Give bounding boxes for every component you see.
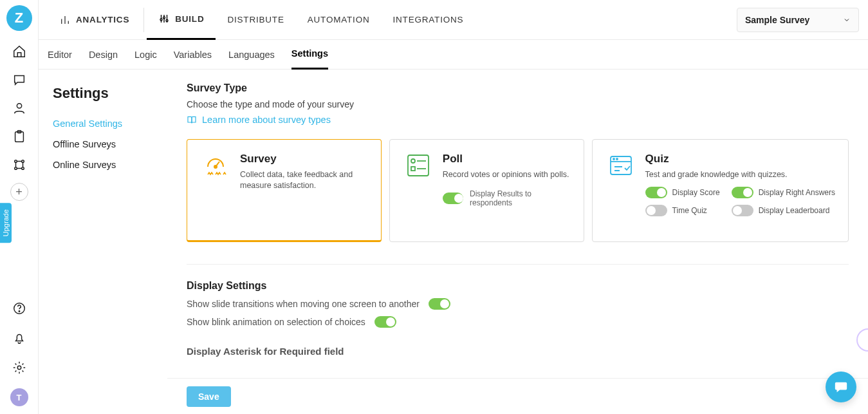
brand-logo[interactable]: Z <box>6 5 32 31</box>
tab-analytics-label: ANALYTICS <box>76 15 129 24</box>
card-poll[interactable]: Poll Record votes or opinions with polls… <box>389 139 584 242</box>
subtab-design[interactable]: Design <box>89 40 118 70</box>
toggle-slide-transitions[interactable] <box>429 298 450 310</box>
survey-select[interactable]: Sample Survey <box>737 8 859 32</box>
home-icon[interactable] <box>0 37 39 66</box>
toggle-display-leaderboard[interactable] <box>732 205 753 216</box>
chat-icon[interactable] <box>0 66 39 94</box>
analytics-icon <box>59 14 71 26</box>
divider <box>187 264 849 265</box>
build-icon <box>158 13 170 24</box>
card-survey[interactable]: Survey Collect data, take feedback and m… <box>187 139 382 242</box>
settings-sidebar: Settings General Settings Offline Survey… <box>39 70 167 414</box>
svg-point-10 <box>160 19 162 21</box>
card-survey-desc: Collect data, take feedback and measure … <box>240 169 368 191</box>
toggle-poll-display-results[interactable] <box>443 193 463 204</box>
tab-automation[interactable]: AUTOMATION <box>296 0 382 40</box>
blink-label: Show blink animation on selection of cho… <box>187 317 365 327</box>
svg-point-5 <box>14 167 17 170</box>
chat-launcher[interactable] <box>826 372 856 402</box>
subtab-logic[interactable]: Logic <box>134 40 157 70</box>
tab-automation-label: AUTOMATION <box>308 15 370 24</box>
tab-build-label: BUILD <box>175 14 204 24</box>
save-button[interactable]: Save <box>187 386 231 407</box>
svg-rect-14 <box>408 155 429 176</box>
sidebar-item-general[interactable]: General Settings <box>53 113 153 134</box>
left-rail: Z + Upgrade T <box>0 0 39 414</box>
tab-build[interactable]: BUILD <box>147 0 216 40</box>
tab-integrations[interactable]: INTEGRATIONS <box>382 0 476 40</box>
clipboard-icon[interactable] <box>0 122 39 151</box>
svg-rect-16 <box>411 167 415 171</box>
survey-type-desc: Choose the type and mode of your survey <box>187 99 849 109</box>
card-quiz-desc: Test and grade knowledge with quizzes. <box>645 169 835 180</box>
display-leaderboard-label: Display Leaderboard <box>759 206 830 215</box>
tab-distribute[interactable]: DISTRIBUTE <box>216 0 295 40</box>
sidebar-heading: Settings <box>53 85 153 102</box>
card-quiz-title: Quiz <box>645 153 835 165</box>
toggle-display-score[interactable] <box>645 187 667 198</box>
tab-separator <box>143 8 144 32</box>
subtab-languages[interactable]: Languages <box>228 40 275 70</box>
sub-nav: Editor Design Logic Variables Languages … <box>39 40 868 70</box>
book-icon <box>187 115 197 125</box>
top-nav: ANALYTICS BUILD DISTRIBUTE AUTOMATION IN… <box>39 0 868 40</box>
sidebar-item-online[interactable]: Online Surveys <box>53 155 153 175</box>
tab-analytics[interactable]: ANALYTICS <box>48 0 141 40</box>
survey-type-title: Survey Type <box>187 82 849 94</box>
time-quiz-label: Time Quiz <box>672 206 707 215</box>
avatar[interactable]: T <box>10 388 28 406</box>
card-survey-title: Survey <box>240 153 368 165</box>
survey-select-label: Sample Survey <box>745 15 809 25</box>
card-quiz[interactable]: Quiz Test and grade knowledge with quizz… <box>592 139 849 242</box>
svg-point-0 <box>17 104 21 108</box>
svg-point-12 <box>166 20 168 22</box>
flow-icon[interactable] <box>0 151 39 179</box>
svg-point-6 <box>21 167 24 170</box>
save-bar: Save <box>167 378 868 414</box>
help-icon[interactable] <box>0 294 39 323</box>
svg-point-8 <box>19 311 19 312</box>
svg-point-4 <box>21 160 24 163</box>
toggle-time-quiz[interactable] <box>645 205 667 216</box>
toggle-blink-animation[interactable] <box>374 316 396 328</box>
upgrade-tab[interactable]: Upgrade <box>0 203 12 243</box>
svg-point-15 <box>411 159 415 163</box>
panel: Survey Type Choose the type and mode of … <box>167 70 868 414</box>
avatar-letter: T <box>17 393 22 402</box>
poll-display-results-label: Display Results to respondents <box>470 189 571 207</box>
svg-point-18 <box>613 158 614 160</box>
tab-integrations-label: INTEGRATIONS <box>393 15 464 24</box>
survey-icon <box>200 153 231 183</box>
add-button[interactable]: + <box>10 183 28 201</box>
chevron-down-icon <box>843 16 851 24</box>
learn-more-link[interactable]: Learn more about survey types <box>187 115 331 125</box>
subtab-variables[interactable]: Variables <box>174 40 212 70</box>
display-score-label: Display Score <box>672 188 720 197</box>
quiz-icon <box>605 153 636 183</box>
svg-point-19 <box>616 158 618 160</box>
transitions-label: Show slide transitions when moving one s… <box>187 299 420 309</box>
tab-distribute-label: DISTRIBUTE <box>227 15 284 24</box>
svg-point-3 <box>14 160 17 163</box>
chat-bubble-icon <box>834 380 848 394</box>
poll-icon <box>403 153 434 183</box>
toggle-display-right-answers[interactable] <box>732 187 753 198</box>
svg-point-11 <box>163 17 165 19</box>
learn-more-text: Learn more about survey types <box>202 115 331 125</box>
brand-letter: Z <box>15 10 23 26</box>
user-icon[interactable] <box>0 94 39 122</box>
svg-point-13 <box>214 165 217 168</box>
svg-point-9 <box>17 366 21 370</box>
display-settings-title: Display Settings <box>187 280 849 292</box>
asterisk-title: Display Asterisk for Required field <box>187 346 849 357</box>
gear-icon[interactable] <box>0 353 39 382</box>
card-poll-title: Poll <box>443 153 571 165</box>
subtab-editor[interactable]: Editor <box>48 40 72 70</box>
sidebar-item-offline[interactable]: Offline Surveys <box>53 134 153 155</box>
bell-icon[interactable] <box>0 324 39 352</box>
display-right-label: Display Right Answers <box>759 188 835 197</box>
card-poll-desc: Record votes or opinions with polls. <box>443 169 571 180</box>
subtab-settings[interactable]: Settings <box>291 40 328 70</box>
